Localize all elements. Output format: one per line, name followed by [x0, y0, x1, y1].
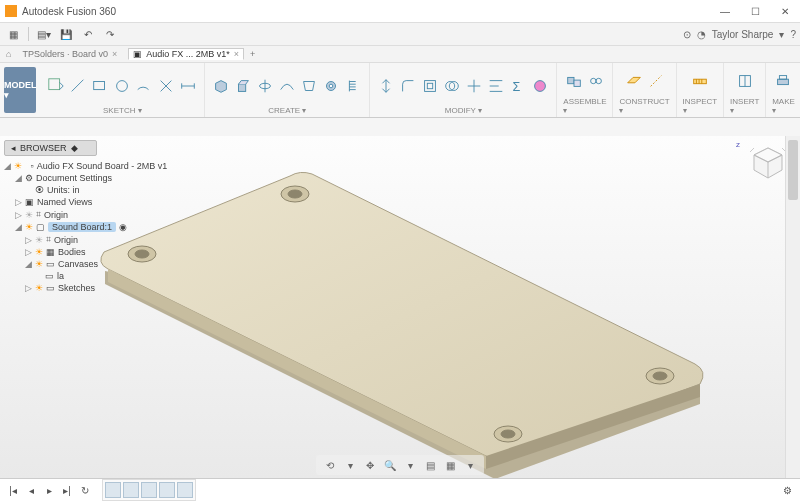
orbit-icon[interactable]: ⟲ — [322, 457, 338, 473]
rectangle-icon[interactable] — [90, 74, 110, 98]
pin-icon[interactable]: ◆ — [71, 143, 78, 153]
circle-icon[interactable] — [112, 74, 132, 98]
inactive-doc-tab[interactable]: TPSolders · Board v0 × — [17, 48, 122, 60]
group-label[interactable]: MODIFY ▾ — [445, 106, 482, 115]
viewport[interactable]: ◂ BROWSER ◆ ◢☀ ▫Audio FX Sound Board - 2… — [0, 136, 800, 479]
print-icon[interactable] — [773, 69, 793, 93]
timeline-play-button[interactable]: ▸ — [42, 483, 56, 497]
tree-units[interactable]: ⦿Units: in — [4, 184, 156, 196]
thread-icon[interactable] — [343, 74, 363, 98]
dimension-icon[interactable] — [178, 74, 198, 98]
browser-header[interactable]: ◂ BROWSER ◆ — [4, 140, 97, 156]
group-label[interactable]: CREATE ▾ — [268, 106, 306, 115]
tree-sketches[interactable]: ▷☀▭Sketches — [4, 282, 156, 294]
extrude-icon[interactable] — [233, 74, 253, 98]
sweep-icon[interactable] — [277, 74, 297, 98]
create-sketch-icon[interactable] — [46, 74, 66, 98]
sigma-icon[interactable]: Σ — [508, 74, 528, 98]
group-label[interactable]: INSERT ▾ — [730, 97, 759, 115]
close-button[interactable]: ✕ — [770, 0, 800, 22]
active-doc-tab[interactable]: ▣ Audio FX ... 2MB v1* × — [128, 48, 244, 60]
svg-rect-8 — [428, 83, 433, 88]
group-label[interactable]: SKETCH ▾ — [103, 106, 142, 115]
zoom-icon[interactable]: 🔍 — [382, 457, 398, 473]
line-icon[interactable] — [68, 74, 88, 98]
move-icon[interactable] — [464, 74, 484, 98]
svg-point-29 — [653, 372, 667, 380]
new-component-icon[interactable] — [564, 69, 584, 93]
collapse-icon[interactable]: ◂ — [11, 143, 16, 153]
loft-icon[interactable] — [299, 74, 319, 98]
minimize-button[interactable]: — — [710, 0, 740, 22]
arc-icon[interactable] — [134, 74, 154, 98]
axis-icon[interactable] — [646, 69, 666, 93]
job-status-icon[interactable]: ◔ — [697, 29, 706, 40]
timeline-start-button[interactable]: |◂ — [6, 483, 20, 497]
pan-icon[interactable]: ✥ — [362, 457, 378, 473]
appearance-icon[interactable] — [530, 74, 550, 98]
viewports-icon[interactable]: ▾ — [462, 457, 478, 473]
view-cube[interactable] — [746, 142, 790, 186]
fit-icon[interactable]: ▾ — [402, 457, 418, 473]
tree-comp-origin[interactable]: ▷☀⌗Origin — [4, 233, 156, 246]
save-button[interactable]: 💾 — [57, 25, 75, 43]
tree-named-views[interactable]: ▷▣Named Views — [4, 196, 156, 208]
vertical-scrollbar[interactable] — [785, 136, 800, 479]
insert-icon[interactable] — [735, 69, 755, 93]
close-tab-icon[interactable]: × — [234, 49, 239, 59]
group-label[interactable]: INSPECT ▾ — [683, 97, 718, 115]
group-label[interactable]: MAKE ▾ — [772, 97, 795, 115]
fillet-icon[interactable] — [398, 74, 418, 98]
press-pull-icon[interactable] — [376, 74, 396, 98]
feature-canvas[interactable] — [123, 482, 139, 498]
timeline-back-button[interactable]: ◂ — [24, 483, 38, 497]
tree-root[interactable]: ◢☀ ▫Audio FX Sound Board - 2MB v1 — [4, 160, 156, 172]
tab-label: TPSolders · Board v0 — [22, 49, 108, 59]
navigation-bar: ⟲ ▾ ✥ 🔍 ▾ ▤ ▦ ▾ — [316, 455, 484, 475]
component-radio-icon[interactable]: ◉ — [119, 222, 127, 232]
feature-sketch[interactable] — [105, 482, 121, 498]
tree-bodies[interactable]: ▷☀▦Bodies — [4, 246, 156, 258]
plane-icon[interactable] — [624, 69, 644, 93]
align-icon[interactable] — [486, 74, 506, 98]
group-label[interactable]: CONSTRUCT ▾ — [619, 97, 669, 115]
home-icon[interactable]: ⌂ — [6, 49, 11, 59]
help-button[interactable]: ? — [790, 29, 796, 40]
close-tab-icon[interactable]: × — [112, 49, 117, 59]
undo-button[interactable]: ↶ — [79, 25, 97, 43]
feature-hole[interactable] — [177, 482, 193, 498]
display-settings-icon[interactable]: ▤ — [422, 457, 438, 473]
workspace-switcher[interactable]: MODEL ▾ — [4, 67, 36, 113]
trim-icon[interactable] — [156, 74, 176, 98]
file-menu-button[interactable]: ▤▾ — [35, 25, 53, 43]
look-icon[interactable]: ▾ — [342, 457, 358, 473]
combine-icon[interactable] — [442, 74, 462, 98]
svg-rect-3 — [239, 84, 246, 91]
notifications-icon[interactable]: ⊙ — [683, 29, 691, 40]
new-tab-button[interactable]: + — [250, 49, 255, 59]
group-label[interactable]: ASSEMBLE ▾ — [563, 97, 606, 115]
tree-canvases[interactable]: ◢☀▭Canvases — [4, 258, 156, 270]
measure-icon[interactable] — [690, 69, 710, 93]
tree-canvas-item[interactable]: ▭la — [4, 270, 156, 282]
shell-icon[interactable] — [420, 74, 440, 98]
joint-icon[interactable] — [586, 69, 606, 93]
timeline-forward-button[interactable]: ▸| — [60, 483, 74, 497]
box-icon[interactable] — [211, 74, 231, 98]
feature-fillet[interactable] — [159, 482, 175, 498]
revolve-icon[interactable] — [255, 74, 275, 98]
timeline-end-button[interactable]: ↻ — [78, 483, 92, 497]
tree-origin[interactable]: ▷☀⌗Origin — [4, 208, 156, 221]
grid-settings-icon[interactable]: ▦ — [442, 457, 458, 473]
tree-component[interactable]: ◢☀▢Sound Board:1◉ — [4, 221, 156, 233]
feature-extrude[interactable] — [141, 482, 157, 498]
redo-button[interactable]: ↷ — [101, 25, 119, 43]
maximize-button[interactable]: ☐ — [740, 0, 770, 22]
timeline-settings-button[interactable]: ⚙ — [780, 483, 794, 497]
svg-rect-19 — [778, 79, 789, 84]
data-panel-button[interactable]: ▦ — [4, 25, 22, 43]
browser-panel: ◂ BROWSER ◆ ◢☀ ▫Audio FX Sound Board - 2… — [0, 136, 160, 294]
hole-icon[interactable] — [321, 74, 341, 98]
tree-doc-settings[interactable]: ◢⚙Document Settings — [4, 172, 156, 184]
user-name[interactable]: Taylor Sharpe — [712, 29, 774, 40]
